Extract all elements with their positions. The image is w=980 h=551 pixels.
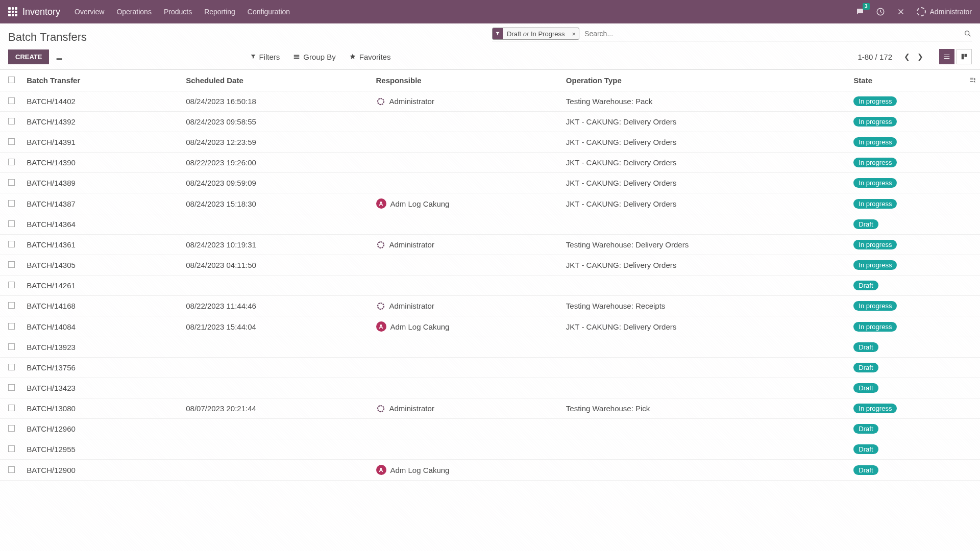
row-checkbox[interactable]	[8, 200, 15, 207]
state-badge: In progress	[853, 137, 897, 147]
search-input[interactable]	[582, 29, 961, 39]
filter-chip-remove[interactable]: ×	[569, 30, 579, 38]
row-checkbox[interactable]	[8, 261, 15, 268]
clock-icon[interactable]	[876, 7, 885, 16]
favorites-button[interactable]: Favorites	[349, 53, 391, 61]
row-checkbox[interactable]	[8, 138, 15, 145]
cell-name: BATCH/14084	[22, 316, 182, 337]
menu-products[interactable]: Products	[164, 8, 192, 16]
menu-reporting[interactable]: Reporting	[204, 8, 235, 16]
state-badge: In progress	[853, 158, 897, 167]
table-row[interactable]: BATCH/1439108/24/2023 12:23:59JKT - CAKU…	[0, 132, 980, 153]
discuss-button[interactable]: 3	[855, 7, 865, 16]
row-checkbox[interactable]	[8, 384, 15, 391]
odoo-avatar-icon	[376, 302, 385, 311]
col-date[interactable]: Scheduled Date	[182, 70, 372, 91]
table-row[interactable]: BATCH/1439208/24/2023 09:58:55JKT - CAKU…	[0, 112, 980, 132]
select-all-checkbox[interactable]	[8, 77, 15, 83]
col-name[interactable]: Batch Transfer	[22, 70, 182, 91]
cell-op: JKT - CAKUNG: Delivery Orders	[562, 112, 850, 132]
star-icon	[349, 53, 356, 60]
cell-name: BATCH/14305	[22, 255, 182, 276]
table-row[interactable]: BATCH/1438908/24/2023 09:59:09JKT - CAKU…	[0, 173, 980, 193]
row-checkbox[interactable]	[8, 118, 15, 124]
cell-op	[562, 358, 850, 378]
table-row[interactable]: BATCH/14364Draft	[0, 214, 980, 235]
import-icon[interactable]	[55, 53, 63, 61]
table-row[interactable]: BATCH/1308008/07/2023 20:21:44Administra…	[0, 398, 980, 419]
table-row[interactable]: BATCH/12900AAdm Log CakungDraft	[0, 460, 980, 481]
filters-button[interactable]: Filters	[250, 53, 280, 61]
table-row[interactable]: BATCH/1416808/22/2023 11:44:46Administra…	[0, 296, 980, 316]
resp-name: Administrator	[389, 302, 434, 310]
brand[interactable]: Inventory	[22, 7, 60, 17]
table-row[interactable]: BATCH/13423Draft	[0, 378, 980, 398]
menu-overview[interactable]: Overview	[75, 8, 104, 16]
pager-prev[interactable]: ❮	[900, 50, 914, 63]
apps-menu-icon[interactable]	[8, 7, 17, 16]
groupby-button[interactable]: Group By	[293, 53, 335, 61]
cell-date	[182, 460, 372, 481]
row-checkbox[interactable]	[8, 241, 15, 247]
row-checkbox[interactable]	[8, 323, 15, 330]
row-checkbox[interactable]	[8, 220, 15, 227]
table-row[interactable]: BATCH/1436108/24/2023 10:19:31Administra…	[0, 235, 980, 255]
cell-op	[562, 337, 850, 358]
cell-name: BATCH/14402	[22, 91, 182, 112]
table-row[interactable]: BATCH/1408408/21/2023 15:44:04AAdm Log C…	[0, 316, 980, 337]
resp-name: Administrator	[389, 97, 434, 106]
row-checkbox[interactable]	[8, 466, 15, 473]
pager-next[interactable]: ❯	[914, 50, 927, 63]
menu-operations[interactable]: Operations	[116, 8, 151, 16]
cell-resp: AAdm Log Cakung	[372, 316, 562, 337]
cell-name: BATCH/14387	[22, 193, 182, 214]
pager[interactable]: 1-80 / 172	[857, 53, 892, 61]
user-avatar-icon: A	[376, 198, 386, 209]
col-operation[interactable]: Operation Type	[562, 70, 850, 91]
row-checkbox[interactable]	[8, 364, 15, 370]
svg-point-2	[378, 98, 384, 105]
row-checkbox[interactable]	[8, 343, 15, 350]
row-checkbox[interactable]	[8, 97, 15, 104]
menu-configuration[interactable]: Configuration	[248, 8, 290, 16]
state-badge: Draft	[853, 444, 878, 454]
layers-icon	[293, 53, 300, 60]
table-row[interactable]: BATCH/12960Draft	[0, 419, 980, 439]
cell-date: 08/24/2023 04:11:50	[182, 255, 372, 276]
table-row[interactable]: BATCH/14261Draft	[0, 276, 980, 296]
table-container[interactable]: Batch Transfer Scheduled Date Responsibl…	[0, 69, 980, 536]
row-checkbox[interactable]	[8, 159, 15, 165]
cell-name: BATCH/14168	[22, 296, 182, 316]
table-row[interactable]: BATCH/1440208/24/2023 16:50:18Administra…	[0, 91, 980, 112]
favorites-label: Favorites	[359, 53, 391, 61]
cell-name: BATCH/12960	[22, 419, 182, 439]
row-checkbox[interactable]	[8, 302, 15, 309]
table-row[interactable]: BATCH/1438708/24/2023 15:18:30AAdm Log C…	[0, 193, 980, 214]
create-button[interactable]: CREATE	[8, 49, 49, 64]
table-row[interactable]: BATCH/1430508/24/2023 04:11:50JKT - CAKU…	[0, 255, 980, 276]
view-kanban[interactable]	[957, 49, 972, 64]
table-row[interactable]: BATCH/13756Draft	[0, 358, 980, 378]
view-list[interactable]	[939, 49, 954, 64]
user-avatar-icon	[917, 7, 926, 16]
table-row[interactable]: BATCH/13923Draft	[0, 337, 980, 358]
col-responsible[interactable]: Responsible	[372, 70, 562, 91]
table-row[interactable]: BATCH/1439008/22/2023 19:26:00JKT - CAKU…	[0, 153, 980, 173]
col-state[interactable]: State	[849, 70, 957, 91]
state-badge: Draft	[853, 383, 878, 393]
cell-name: BATCH/14392	[22, 112, 182, 132]
odoo-avatar-icon	[376, 404, 385, 413]
row-checkbox[interactable]	[8, 179, 15, 186]
cell-op	[562, 378, 850, 398]
row-checkbox[interactable]	[8, 425, 15, 432]
tools-icon[interactable]	[896, 7, 905, 16]
cell-name: BATCH/13080	[22, 398, 182, 419]
row-checkbox[interactable]	[8, 405, 15, 411]
search-icon[interactable]	[964, 30, 972, 38]
column-settings-icon[interactable]	[969, 77, 976, 83]
row-checkbox[interactable]	[8, 282, 15, 288]
table-row[interactable]: BATCH/12955Draft	[0, 439, 980, 460]
row-checkbox[interactable]	[8, 445, 15, 452]
user-menu[interactable]: Administrator	[917, 7, 972, 16]
filter-chip-label: Draft or In Progress	[503, 30, 569, 38]
